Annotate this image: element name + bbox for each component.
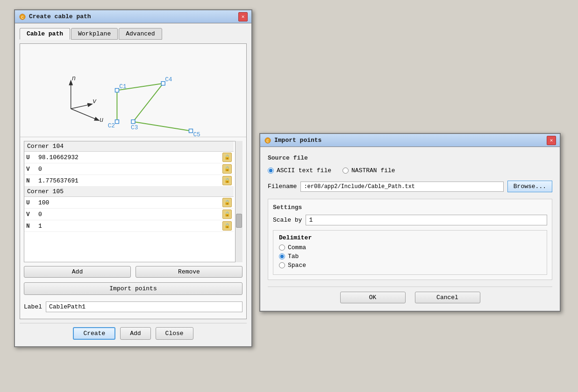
svg-text:C: C	[21, 15, 24, 20]
corners-data-area[interactable]: Corner 104 U 🔒 V 🔒 N 🔒	[24, 141, 243, 262]
source-file-label: Source file	[268, 154, 552, 161]
v-input-104[interactable]	[37, 165, 221, 174]
create-button[interactable]: Create	[73, 327, 115, 340]
comma-label: Comma	[288, 244, 306, 251]
import-dialog-title: Import points	[274, 137, 321, 144]
svg-text:C: C	[266, 139, 269, 144]
ok-button[interactable]: OK	[340, 292, 406, 303]
bottom-button-row: Create Add Close	[20, 323, 247, 342]
svg-rect-16	[131, 120, 135, 124]
corner-105-v-row: V 🔒	[24, 209, 234, 220]
v-input-105[interactable]	[37, 210, 221, 219]
svg-line-6	[71, 104, 92, 109]
data-section: Corner 104 U 🔒 V 🔒 N 🔒	[24, 141, 243, 262]
remove-corner-button[interactable]: Remove	[136, 266, 243, 278]
u-label-104: U	[26, 154, 36, 161]
u-label-105: U	[26, 199, 36, 206]
ascii-label: ASCII text file	[277, 167, 331, 174]
import-section: Import points	[20, 280, 246, 299]
nastran-label: NASTRAN file	[351, 167, 395, 174]
scale-by-label: Scale by	[273, 217, 302, 224]
scrollbar-thumb[interactable]	[236, 214, 242, 228]
svg-text:u: u	[100, 116, 103, 124]
label-input[interactable]	[46, 301, 243, 312]
lock-icon-n-104[interactable]: 🔒	[222, 176, 232, 185]
u-input-104[interactable]	[37, 153, 221, 162]
label-row: Label	[20, 301, 246, 316]
import-close-button[interactable]: ✕	[547, 136, 556, 145]
corner-105-n-row: N 🔒	[24, 220, 234, 232]
title-bar-left: C Create cable path	[19, 13, 91, 21]
v-label-104: V	[26, 166, 36, 173]
space-radio-row: Space	[279, 262, 541, 269]
settings-label: Settings	[273, 204, 547, 211]
import-points-dialog: C Import points ✕ Source file ASCII text…	[259, 133, 561, 312]
n-input-105[interactable]	[37, 222, 221, 231]
import-title-left: C Import points	[264, 137, 321, 144]
corner-105-u-row: U 🔒	[24, 197, 234, 209]
n-label-104: N	[26, 177, 36, 184]
dialog-body: Cable path Workplane Advanced n u v	[15, 23, 251, 346]
diagram-area: n u v	[20, 44, 246, 137]
import-title-bar: C Import points ✕	[260, 134, 560, 147]
comma-radio-row: Comma	[279, 244, 541, 251]
label-field-label: Label	[24, 303, 42, 310]
lock-icon-v-104[interactable]: 🔒	[222, 164, 232, 174]
lock-icon-v-105[interactable]: 🔒	[222, 210, 232, 219]
comma-radio[interactable]	[279, 245, 285, 251]
vertical-scrollbar[interactable]	[235, 141, 243, 262]
svg-rect-18	[161, 82, 165, 85]
tab-workplane[interactable]: Workplane	[71, 28, 118, 40]
dialog-title: Create cable path	[29, 13, 91, 20]
cancel-button[interactable]: Cancel	[415, 292, 480, 303]
title-bar: C Create cable path ✕	[15, 10, 251, 23]
add-remove-row: Add Remove	[20, 266, 246, 278]
corner-105-header: Corner 105	[24, 187, 234, 197]
ascii-radio-row: ASCII text file	[268, 167, 331, 174]
svg-text:C1: C1	[119, 83, 127, 90]
scale-input[interactable]	[306, 215, 547, 225]
svg-text:C5: C5	[193, 131, 200, 137]
n-input-104[interactable]	[37, 176, 221, 185]
svg-line-4	[71, 109, 99, 120]
lock-icon-n-105[interactable]: 🔒	[222, 221, 232, 231]
add-button[interactable]: Add	[120, 327, 150, 340]
import-points-button[interactable]: Import points	[24, 282, 243, 295]
svg-rect-14	[115, 120, 119, 124]
browse-button[interactable]: Browse...	[507, 181, 552, 192]
space-radio[interactable]	[279, 262, 285, 268]
close-button-bottom[interactable]: Close	[156, 327, 193, 340]
tab-cable-path[interactable]: Cable path	[20, 28, 70, 40]
nastran-radio-row: NASTRAN file	[343, 167, 395, 174]
svg-text:C3: C3	[131, 124, 138, 131]
delimiter-label: Delimiter	[279, 234, 541, 241]
space-label: Space	[288, 262, 306, 269]
lock-icon-u-105[interactable]: 🔒	[222, 198, 232, 207]
nastran-radio[interactable]	[343, 168, 349, 174]
tab-radio-row: Tab	[279, 253, 541, 260]
tab-bar: Cable path Workplane Advanced	[20, 28, 247, 40]
n-label-105: N	[26, 223, 36, 230]
u-input-105[interactable]	[37, 198, 221, 207]
file-type-radio-group: ASCII text file NASTRAN file	[268, 165, 552, 176]
svg-line-11	[133, 122, 191, 131]
app-icon: C	[19, 13, 26, 21]
filename-input[interactable]	[300, 182, 503, 192]
corner-104-u-row: U 🔒	[24, 152, 234, 163]
scale-row: Scale by	[273, 215, 547, 225]
svg-text:C4: C4	[165, 76, 172, 83]
svg-text:v: v	[93, 98, 97, 105]
corner-104-v-row: V 🔒	[24, 163, 234, 175]
tab-advanced[interactable]: Advanced	[119, 28, 162, 40]
close-button[interactable]: ✕	[238, 12, 248, 21]
add-corner-button[interactable]: Add	[24, 266, 131, 278]
ascii-radio[interactable]	[268, 168, 274, 174]
lock-icon-u-104[interactable]: 🔒	[222, 153, 232, 162]
svg-text:C2: C2	[108, 122, 115, 129]
tab-label: Tab	[288, 253, 299, 260]
settings-section: Settings Scale by Delimiter Comma Tab	[268, 199, 552, 280]
svg-rect-12	[115, 89, 119, 92]
tab-radio[interactable]	[279, 253, 285, 259]
filename-row: Filename Browse...	[268, 181, 552, 192]
svg-rect-20	[189, 129, 193, 133]
